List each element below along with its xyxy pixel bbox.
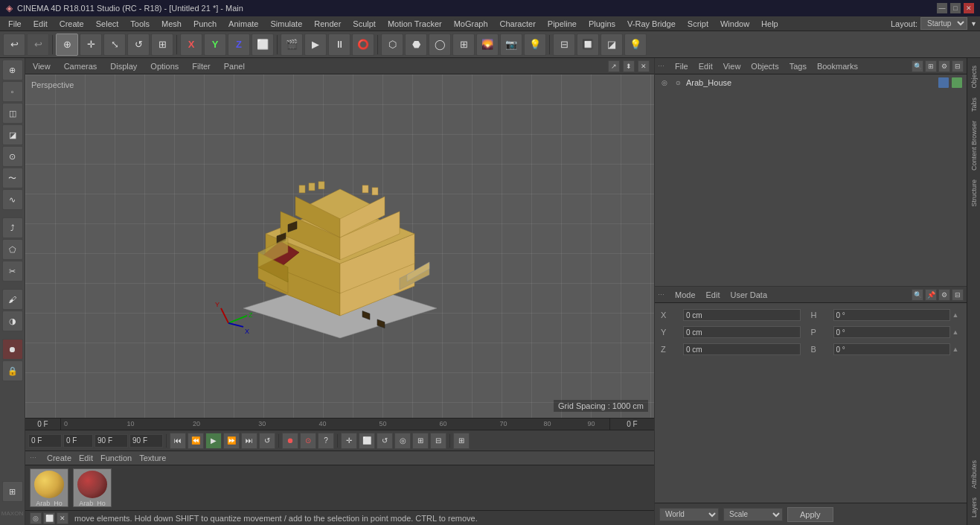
display-button[interactable]: 💡 (624, 34, 647, 56)
edge-tab-content-browser[interactable]: Content Browser (969, 116, 979, 175)
step-forward-button[interactable]: ⏩ (223, 433, 240, 449)
status-icon-2[interactable]: ⬜ (43, 512, 55, 524)
attr-b-input[interactable] (833, 343, 951, 355)
menu-mograph[interactable]: MoGraph (449, 18, 493, 30)
record-button[interactable]: ⏺ (282, 433, 298, 449)
obj-snap-icon[interactable]: ⊞ (925, 60, 937, 72)
viewport-3d[interactable]: Perspective (25, 74, 654, 418)
sidebar-objects-icon[interactable]: ⊙ (2, 146, 23, 167)
layout-pb-button[interactable]: ⊞ (453, 433, 470, 449)
attr-search-icon[interactable]: 🔍 (912, 289, 923, 301)
snap-button[interactable]: 🔲 (577, 34, 599, 56)
environment-button[interactable]: 🌄 (476, 34, 499, 56)
transform-mode-dropdown[interactable]: Scale Move Rotate (723, 508, 783, 521)
attr-menu-userdata[interactable]: User Data (728, 289, 771, 301)
axis-all-button[interactable]: ⬜ (252, 34, 274, 56)
attr-p-input[interactable] (833, 326, 951, 338)
rotate-pb-button[interactable]: ↺ (377, 433, 393, 449)
menu-file[interactable]: File (3, 18, 27, 30)
sidebar-record-icon[interactable]: ⏺ (2, 339, 23, 360)
edge-tab-objects[interactable]: Objects (969, 61, 979, 93)
render-stop-button[interactable]: ⏸ (328, 34, 350, 56)
sidebar-floor-icon[interactable]: ⊞ (2, 481, 23, 502)
grid-pb-button[interactable]: ⊟ (430, 433, 446, 449)
frame-start-input[interactable] (28, 434, 62, 448)
close-button[interactable]: ✕ (964, 3, 974, 13)
viewport-close-icon[interactable]: ✕ (638, 60, 650, 72)
sidebar-lock-icon[interactable]: 🔒 (2, 360, 23, 381)
x-axis-button[interactable]: X (180, 34, 202, 56)
attr-menu-edit[interactable]: Edit (703, 289, 723, 301)
obj-settings-icon[interactable]: ⚙ (938, 60, 950, 72)
transform-tool-button[interactable]: ⊞ (151, 34, 173, 56)
attr-grid-icon[interactable]: ⊟ (952, 289, 964, 301)
mat-menu-texture[interactable]: Texture (139, 454, 166, 462)
obj-menu-view[interactable]: View (720, 60, 744, 72)
sidebar-sculpt-icon[interactable]: ◑ (2, 311, 23, 331)
redo-button[interactable]: ↩ (27, 34, 49, 56)
y-axis-button[interactable]: Y (204, 34, 226, 56)
menu-render[interactable]: Render (309, 18, 346, 30)
edge-tab-attributes[interactable]: Attributes (969, 456, 979, 493)
play-button[interactable]: ▶ (205, 433, 222, 449)
menu-sculpt[interactable]: Sculpt (348, 18, 381, 30)
menu-character[interactable]: Character (495, 18, 541, 30)
menu-mesh[interactable]: Mesh (156, 18, 187, 30)
render-play-button[interactable]: ▶ (304, 34, 327, 56)
go-end-button[interactable]: ⏭ (241, 433, 257, 449)
workplane-button[interactable]: ◪ (601, 34, 623, 56)
move-pb-button[interactable]: ✛ (341, 433, 357, 449)
sidebar-extrude-icon[interactable]: ⤴ (2, 217, 23, 238)
frame-end-input[interactable] (95, 434, 128, 448)
attr-y-arrow-icon[interactable]: ▲ (950, 327, 961, 337)
obj-menu-tags[interactable]: Tags (787, 60, 810, 72)
menu-simulate[interactable]: Simulate (265, 18, 307, 30)
scale-tool-button[interactable]: ⤡ (103, 34, 126, 56)
nurbs-button[interactable]: ⬣ (405, 34, 427, 56)
viewport-menu-display[interactable]: Display (107, 60, 140, 72)
mat-menu-create[interactable]: Create (47, 454, 71, 462)
status-icon-3[interactable]: ✕ (57, 512, 68, 524)
timeline-ruler[interactable]: 0 10 20 30 40 50 60 70 80 90 (61, 419, 609, 430)
obj-menu-edit[interactable]: Edit (696, 60, 716, 72)
menu-vray[interactable]: V-Ray Bridge (622, 18, 681, 30)
menu-tools[interactable]: Tools (125, 18, 155, 30)
viewport-menu-cameras[interactable]: Cameras (61, 60, 100, 72)
viewport-maximize-icon[interactable]: ⬍ (623, 60, 635, 72)
motion-pb-button[interactable]: ⊞ (412, 433, 429, 449)
viewport-menu-panel[interactable]: Panel (221, 60, 248, 72)
scale-pb-button[interactable]: ◎ (394, 433, 411, 449)
material-swatch-2[interactable]: Arab_Ho (73, 468, 112, 507)
grid-button[interactable]: ⊟ (553, 34, 575, 56)
autokey-button[interactable]: ⊙ (300, 433, 316, 449)
viewport-expand-icon[interactable]: ↗ (608, 60, 620, 72)
menu-select[interactable]: Select (91, 18, 124, 30)
go-start-button[interactable]: ⏮ (170, 433, 186, 449)
maximize-button[interactable]: □ (950, 3, 961, 13)
obj-menu-bookmarks[interactable]: Bookmarks (814, 60, 861, 72)
sidebar-points-icon[interactable]: ◦ (2, 81, 23, 102)
edge-tab-layers[interactable]: Layers (969, 493, 979, 522)
layout-dropdown[interactable]: Startup (920, 17, 967, 30)
menu-edit[interactable]: Edit (28, 18, 53, 30)
obj-tag-green[interactable] (952, 77, 962, 88)
sidebar-faces-icon[interactable]: ◪ (2, 124, 23, 145)
attr-h-input[interactable] (833, 309, 951, 321)
attr-x-input[interactable] (683, 309, 801, 321)
cube-button[interactable]: ⬡ (381, 34, 403, 56)
menu-script[interactable]: Script (682, 18, 714, 30)
fps-input[interactable] (129, 434, 163, 448)
undo-button[interactable]: ↩ (3, 34, 25, 56)
attr-z-arrow-icon[interactable]: ▲ (950, 344, 961, 354)
mat-menu-function[interactable]: Function (100, 454, 132, 462)
rotate-tool-button[interactable]: ↺ (127, 34, 150, 56)
sidebar-bevel-icon[interactable]: ⬠ (2, 239, 23, 260)
select-pb-button[interactable]: ⬜ (359, 433, 375, 449)
attr-menu-mode[interactable]: Mode (672, 289, 699, 301)
sidebar-bend-icon[interactable]: ∿ (2, 189, 23, 210)
move-tool-button[interactable]: ✛ (80, 34, 102, 56)
apply-button[interactable]: Apply (787, 507, 833, 522)
edge-tab-tabs[interactable]: Tabs (969, 93, 979, 116)
menu-punch[interactable]: Punch (188, 18, 222, 30)
render-region-button[interactable]: 🎬 (281, 34, 303, 56)
